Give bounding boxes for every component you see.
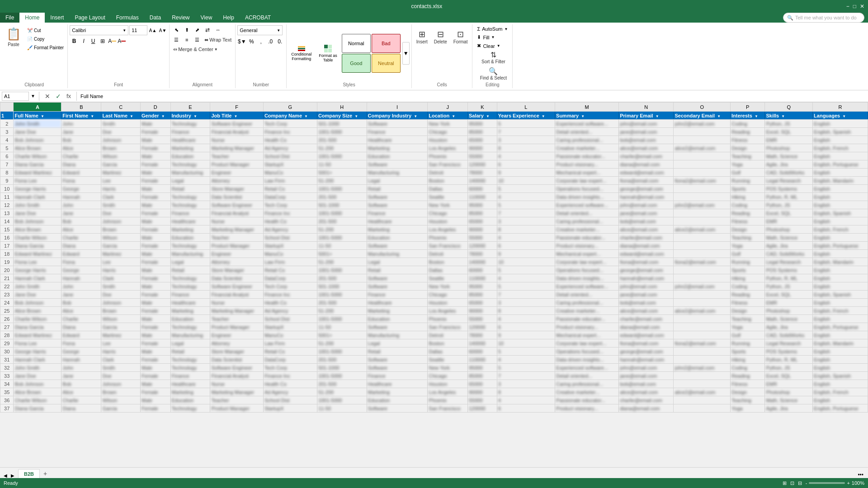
cell-r15-c12[interactable]: 8 [497, 225, 555, 234]
cell-r20-c14[interactable]: george@email.com [619, 266, 674, 274]
cell-r21-c3[interactable]: Clark [101, 274, 141, 282]
cell-r5-c1[interactable]: Alice Brown [14, 144, 61, 152]
cell-r29-c14[interactable]: fiona@email.com [619, 339, 674, 347]
cell-r27-c3[interactable]: Garcia [101, 323, 141, 331]
col-header-E[interactable]: E [170, 103, 210, 112]
cell-r4-c6[interactable]: Nurse [210, 136, 263, 144]
cell-r19-c17[interactable]: Legal Research [765, 258, 813, 266]
cell-r29-c17[interactable]: Legal Research [765, 339, 813, 347]
cell-r22-c7[interactable]: Tech Corp [263, 282, 317, 291]
cell-r6-c4[interactable]: Male [141, 152, 170, 160]
cell-r28-c17[interactable]: CAD, SolidWorks [765, 331, 813, 339]
cell-r31-c15[interactable] [674, 356, 731, 364]
header-cell-skills[interactable]: Skills ▼ [765, 112, 813, 120]
cell-r29-c9[interactable]: Legal [367, 339, 428, 347]
cell-r25-c16[interactable]: Design [730, 307, 764, 315]
format-btn[interactable]: ⊡ Format [451, 25, 471, 48]
cell-r23-c18[interactable]: English, Spanish [813, 291, 868, 299]
cell-r34-c13[interactable]: Caring professional... [555, 380, 619, 388]
cell-r13-c13[interactable]: Detail oriented... [555, 209, 619, 217]
cell-r6-c13[interactable]: Passionate educator... [555, 152, 619, 160]
cell-r20-c7[interactable]: Retail Co [263, 266, 317, 274]
border-btn[interactable]: ⊞ [98, 37, 107, 46]
cell-r32-c11[interactable]: 95000 [467, 364, 497, 372]
cell-r27-c8[interactable]: 11-50 [317, 323, 367, 331]
prev-sheet-btn[interactable]: ◀ [2, 473, 9, 478]
cell-r23-c16[interactable]: Reading [730, 291, 764, 299]
paste-btn[interactable]: 📋 Paste [3, 25, 24, 49]
comma-btn[interactable]: , [256, 37, 265, 46]
cell-r27-c7[interactable]: StartupX [263, 323, 317, 331]
percent-btn[interactable]: % [247, 37, 256, 46]
cell-r26-c14[interactable]: charlie@email.com [619, 315, 674, 323]
minimize-btn[interactable]: − [846, 3, 849, 9]
menu-formulas[interactable]: Formulas [111, 13, 144, 23]
cell-r17-c6[interactable]: Product Manager [210, 242, 263, 250]
cell-r15-c5[interactable]: Marketing [170, 225, 210, 234]
cell-r34-c9[interactable]: Healthcare [367, 380, 428, 388]
cell-r27-c17[interactable]: Agile, Jira [765, 323, 813, 331]
confirm-formula-btn[interactable]: ✓ [54, 93, 63, 100]
header-cell-full-name[interactable]: Full Name ▼ [14, 112, 61, 120]
cell-r28-c5[interactable]: Manufacturing [170, 331, 210, 339]
cell-r32-c8[interactable]: 501-1000 [317, 364, 367, 372]
cell-r13-c9[interactable]: Finance [367, 209, 428, 217]
cell-r33-c12[interactable]: 7 [497, 372, 555, 380]
cell-r20-c15[interactable] [674, 266, 731, 274]
cell-r15-c14[interactable]: alice@email.com [619, 225, 674, 234]
cell-r15-c10[interactable]: Los Angeles [428, 225, 468, 234]
cell-r18-c11[interactable]: 78000 [467, 250, 497, 258]
cell-r27-c4[interactable]: Female [141, 323, 170, 331]
cell-r12-c16[interactable]: Coding [730, 201, 764, 209]
cell-r29-c7[interactable]: Law Firm [263, 339, 317, 347]
cell-r12-c7[interactable]: Tech Corp [263, 201, 317, 209]
cell-r36-c18[interactable]: English [813, 396, 868, 404]
cell-r2-c10[interactable]: New York [428, 120, 468, 128]
cell-r5-c7[interactable]: Ad Agency [263, 144, 317, 152]
cell-r12-c3[interactable]: Smith [101, 201, 141, 209]
cell-r14-c16[interactable]: Fitness [730, 217, 764, 225]
cell-r25-c12[interactable]: 8 [497, 307, 555, 315]
insert-function-btn[interactable]: fx [65, 93, 73, 99]
cell-r23-c7[interactable]: Finance Inc [263, 291, 317, 299]
cell-r24-c11[interactable]: 65000 [467, 299, 497, 307]
cell-r24-c17[interactable]: EMR [765, 299, 813, 307]
cell-r26-c4[interactable]: Male [141, 315, 170, 323]
cell-r33-c7[interactable]: Finance Inc [263, 372, 317, 380]
cell-r6-c18[interactable]: English [813, 152, 868, 160]
cell-r19-c2[interactable]: Fiona [61, 258, 101, 266]
cell-r36-c17[interactable]: Math, Science [765, 396, 813, 404]
cell-r11-c12[interactable]: 4 [497, 193, 555, 201]
cell-r20-c9[interactable]: Retail [367, 266, 428, 274]
cell-r35-c13[interactable]: Creative marketer... [555, 388, 619, 396]
cell-r14-c7[interactable]: Health Co [263, 217, 317, 225]
cell-r27-c6[interactable]: Product Manager [210, 323, 263, 331]
cell-r2-c18[interactable]: English [813, 120, 868, 128]
cell-r5-c17[interactable]: Photoshop [765, 144, 813, 152]
cell-r27-c5[interactable]: Technology [170, 323, 210, 331]
cell-r35-c14[interactable]: alice@email.com [619, 388, 674, 396]
cell-r12-c18[interactable]: English [813, 201, 868, 209]
cell-r37-c5[interactable]: Technology [170, 404, 210, 413]
cell-r17-c2[interactable]: Diana [61, 242, 101, 250]
cell-r13-c18[interactable]: English, Spanish [813, 209, 868, 217]
cell-r24-c6[interactable]: Nurse [210, 299, 263, 307]
cell-r2-c6[interactable]: Software Engineer [210, 120, 263, 128]
header-cell-primary-email[interactable]: Primary Email ▼ [619, 112, 674, 120]
cell-r28-c15[interactable] [674, 331, 731, 339]
cell-r19-c10[interactable]: Boston [428, 258, 468, 266]
cell-r23-c8[interactable]: 1001-5000 [317, 291, 367, 299]
cell-r34-c7[interactable]: Health Co [263, 380, 317, 388]
cell-r34-c10[interactable]: Houston [428, 380, 468, 388]
find-select-btn[interactable]: 🔍 Find & Select [478, 66, 509, 81]
cell-r19-c18[interactable]: English, Mandarin [813, 258, 868, 266]
col-header-A[interactable]: A [14, 103, 61, 112]
cell-r25-c18[interactable]: English, French [813, 307, 868, 315]
wrap-text-btn[interactable]: ⬌ Wrap Text [203, 36, 233, 44]
cell-r23-c6[interactable]: Financial Analyst [210, 291, 263, 299]
cell-r23-c14[interactable]: jane@email.com [619, 291, 674, 299]
cell-r17-c1[interactable]: Diana Garcia [14, 242, 61, 250]
cell-r30-c6[interactable]: Store Manager [210, 347, 263, 356]
cell-r3-c16[interactable]: Reading [730, 128, 764, 136]
cell-r8-c14[interactable]: edward@email.com [619, 169, 674, 177]
